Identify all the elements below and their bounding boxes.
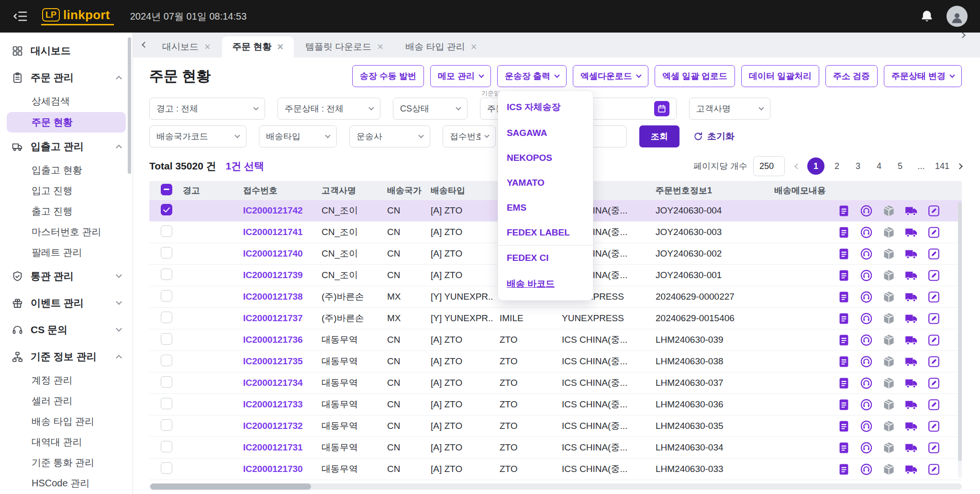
truck-icon[interactable] — [904, 290, 918, 304]
toolbar-button[interactable]: 엑셀다운로드 — [573, 65, 648, 87]
warning-filter[interactable]: 경고 : 전체 — [149, 98, 265, 120]
table-row[interactable]: IC2000121735대동무역CN[A] ZTOZTOICS CHINA(중.… — [149, 351, 962, 372]
tab-item[interactable]: 배송 타입 관리× — [395, 36, 487, 57]
truck-icon[interactable] — [904, 247, 918, 261]
page-number[interactable]: 4 — [870, 157, 888, 175]
package-icon[interactable] — [882, 462, 896, 476]
table-row[interactable]: IC2000121730대동무역CN[A] ZTOZTOICS CHINA(중.… — [149, 459, 962, 480]
row-checkbox[interactable] — [161, 269, 172, 280]
headset-icon[interactable] — [859, 290, 873, 304]
truck-icon[interactable] — [904, 441, 918, 455]
table-row[interactable]: IC2000121732대동무역CN[A] ZTOZTOICS CHINA(중.… — [149, 415, 962, 437]
brand-logo[interactable]: LP linkport — [41, 7, 114, 25]
truck-icon[interactable] — [904, 204, 918, 218]
headset-icon[interactable] — [859, 204, 873, 218]
sidebar-subitem[interactable]: 셀러 관리 — [0, 391, 133, 411]
edit-icon[interactable] — [927, 441, 941, 455]
edit-icon[interactable] — [927, 376, 941, 390]
table-horizontal-scrollbar[interactable] — [149, 483, 962, 490]
sidebar-item[interactable]: CS 문의 — [0, 316, 133, 343]
toolbar-button[interactable]: 엑셀 일괄 업로드 — [655, 65, 735, 87]
page-number[interactable]: 1 — [807, 157, 824, 175]
page-number[interactable]: 141 — [934, 157, 951, 175]
sidebar-collapse-button[interactable] — [12, 8, 29, 24]
headset-icon[interactable] — [859, 225, 873, 239]
sidebar-subitem[interactable]: 입출고 현황 — [0, 160, 133, 180]
document-icon[interactable] — [837, 247, 851, 261]
order-status-filter[interactable]: 주문상태 : 전체 — [278, 98, 380, 120]
calendar-icon[interactable] — [654, 101, 669, 116]
truck-icon[interactable] — [904, 419, 918, 433]
receipt-no-link[interactable]: IC2000121740 — [243, 248, 303, 258]
edit-icon[interactable] — [927, 269, 941, 282]
vertical-scrollbar-thumb[interactable] — [958, 202, 962, 461]
document-icon[interactable] — [837, 398, 851, 412]
edit-icon[interactable] — [927, 462, 941, 476]
sidebar-subitem[interactable]: 상세검색 — [0, 91, 133, 112]
sidebar-item[interactable]: 주문 관리 — [0, 64, 133, 91]
document-icon[interactable] — [837, 441, 851, 455]
sidebar-item[interactable]: 이벤트 관리 — [0, 290, 133, 316]
print-menu-item[interactable]: NEKOPOS — [498, 146, 593, 170]
document-icon[interactable] — [837, 333, 851, 347]
receipt-no-link[interactable]: IC2000121735 — [243, 356, 303, 366]
user-avatar[interactable] — [947, 6, 968, 27]
headset-icon[interactable] — [859, 312, 873, 326]
row-checkbox[interactable] — [161, 441, 172, 452]
headset-icon[interactable] — [859, 419, 873, 433]
document-icon[interactable] — [837, 355, 851, 369]
tab-close-icon[interactable]: × — [471, 42, 477, 52]
edit-icon[interactable] — [927, 247, 941, 261]
row-checkbox[interactable] — [161, 376, 172, 388]
row-checkbox[interactable] — [161, 419, 172, 431]
receipt-no-link[interactable]: IC2000121736 — [243, 335, 303, 345]
edit-icon[interactable] — [927, 290, 941, 304]
prev-page-icon[interactable] — [794, 163, 801, 169]
receipt-no-link[interactable]: IC2000121739 — [243, 270, 303, 280]
page-number[interactable]: 3 — [849, 157, 867, 175]
toolbar-button[interactable]: 주소 검증 — [825, 65, 878, 87]
truck-icon[interactable] — [904, 269, 918, 282]
tab-close-icon[interactable]: × — [377, 42, 383, 52]
horizontal-scrollbar-thumb[interactable] — [150, 483, 311, 490]
sidebar-subitem[interactable]: 출고 진행 — [0, 201, 133, 222]
per-page-input[interactable] — [753, 156, 785, 176]
next-page-icon[interactable] — [957, 163, 963, 169]
print-menu-item[interactable]: FEDEX LABEL — [498, 220, 593, 246]
truck-icon[interactable] — [904, 376, 918, 390]
sidebar-item[interactable]: 기준 정보 관리 — [0, 343, 133, 370]
row-checkbox[interactable] — [161, 355, 172, 366]
headset-icon[interactable] — [859, 398, 873, 412]
tab-item[interactable]: 대시보드× — [152, 36, 221, 57]
edit-icon[interactable] — [927, 225, 941, 239]
edit-icon[interactable] — [927, 398, 941, 412]
table-row[interactable]: IC2000121736대동무역CN[A] ZTOZTOICS CHINA(중.… — [149, 329, 962, 351]
edit-icon[interactable] — [927, 204, 941, 218]
edit-icon[interactable] — [927, 312, 941, 326]
sidebar-subitem[interactable]: 입고 진행 — [0, 180, 133, 201]
toolbar-button[interactable]: 송장 수동 발번 — [352, 65, 424, 87]
headset-icon[interactable] — [859, 376, 873, 390]
truck-icon[interactable] — [904, 355, 918, 369]
document-icon[interactable] — [837, 269, 851, 282]
document-icon[interactable] — [837, 419, 851, 433]
package-icon[interactable] — [882, 333, 896, 347]
toolbar-button[interactable]: 데이터 일괄처리 — [741, 65, 819, 87]
package-icon[interactable] — [882, 269, 896, 282]
print-menu-item[interactable]: 배송 바코드 — [498, 270, 593, 297]
package-icon[interactable] — [882, 376, 896, 390]
row-checkbox[interactable] — [161, 204, 172, 215]
document-icon[interactable] — [837, 376, 851, 390]
edit-icon[interactable] — [927, 355, 941, 369]
package-icon[interactable] — [882, 204, 896, 218]
package-icon[interactable] — [882, 441, 896, 455]
sidebar-subitem[interactable]: 기준 통화 관리 — [0, 452, 133, 473]
print-menu-item[interactable]: YAMATO — [498, 170, 593, 195]
receipt-no-link[interactable]: IC2000121742 — [243, 205, 303, 215]
cs-status-filter[interactable]: CS상태 — [393, 98, 468, 120]
table-row[interactable]: IC2000121734대동무역CN[A] ZTOZTOICS CHINA(중.… — [149, 372, 962, 394]
table-vertical-scrollbar[interactable] — [958, 202, 962, 478]
row-checkbox[interactable] — [161, 225, 172, 237]
truck-icon[interactable] — [904, 462, 918, 476]
search-button[interactable]: 조회 — [639, 125, 679, 147]
